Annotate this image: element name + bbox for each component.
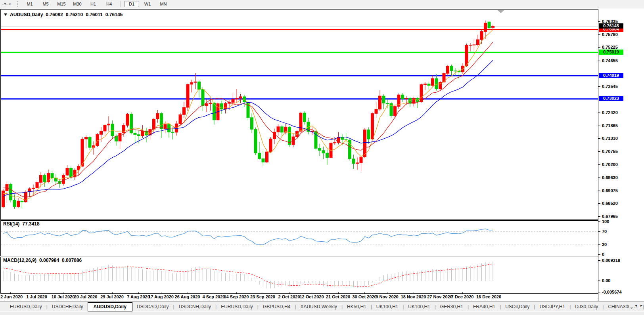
date-tick xyxy=(112,292,113,294)
date-tick xyxy=(138,292,139,294)
axis-tick xyxy=(598,216,600,217)
tab-usdcnh-daily[interactable]: USDCNH,Daily xyxy=(174,303,215,311)
rsi-panel[interactable] xyxy=(0,220,598,256)
tab-eurusd-daily[interactable]: EURUSD,Daily xyxy=(217,303,257,311)
price-tick-label: 0.69630 xyxy=(602,175,618,180)
date-tick xyxy=(462,292,463,294)
hline-price-badge: 0.75019 xyxy=(599,50,623,55)
tab-scroll-left-icon[interactable]: ◂ xyxy=(635,303,637,307)
date-label: 17 Aug 2020 xyxy=(148,294,174,299)
axis-tick xyxy=(598,281,600,281)
date-label: 27 Nov 2020 xyxy=(427,294,452,299)
chart-window: AUDUSD,Daily 0.76092 0.76210 0.76011 0.7… xyxy=(0,9,644,301)
date-label: 1 Jul 2020 xyxy=(26,294,47,299)
tab-uk100-h1[interactable]: UK100,H1 xyxy=(404,303,434,311)
tab-eurusd-daily[interactable]: EURUSD,Daily xyxy=(6,303,46,311)
date-label: 18 Nov 2020 xyxy=(401,294,426,299)
macd-tick-label: 0.009318 xyxy=(602,258,620,263)
rsi-header: RSI(14) 77.3418 xyxy=(3,221,40,227)
tab-usdcad-daily[interactable]: USDCAD,Daily xyxy=(132,303,173,311)
axis-tick xyxy=(598,292,600,292)
macd-value-signal: 0.007086 xyxy=(62,258,82,263)
tab-uk100-h1[interactable]: UK100,H1 xyxy=(372,303,402,311)
date-label: 16 Dec 2020 xyxy=(476,294,501,299)
timeframe-m15-button[interactable]: M15 xyxy=(54,1,69,7)
hline-price-badge: 0.74019 xyxy=(599,73,623,78)
macd-tick-label: -0.005674 xyxy=(602,290,622,294)
date-label: 4 Sep 2020 xyxy=(203,294,225,299)
date-tick xyxy=(188,292,188,294)
price-tick-label: 0.67965 xyxy=(602,214,618,219)
timeframe-h4-button[interactable]: H4 xyxy=(102,1,117,7)
date-label: 7 Dec 2020 xyxy=(451,294,474,299)
symbol-tabs: EURUSD,Daily|USDCHF,DailyAUDUSD,DailyUSD… xyxy=(0,302,644,311)
macd-panel[interactable] xyxy=(0,257,598,294)
date-tick xyxy=(86,292,86,294)
status-bar xyxy=(0,312,644,315)
date-label: 26 Aug 2020 xyxy=(175,294,200,299)
date-tick xyxy=(414,292,414,294)
price-tick-label: 0.69075 xyxy=(602,188,618,193)
date-label: 9 Nov 2020 xyxy=(376,294,398,299)
timeframe-d1-button[interactable]: D1 xyxy=(124,1,139,7)
tab-dj30-daily[interactable]: DJ30,Daily xyxy=(571,303,602,311)
date-label: 20 Jul 2020 xyxy=(74,294,98,299)
price-tick-label: 0.74655 xyxy=(602,58,618,63)
date-label: 29 Jul 2020 xyxy=(100,294,124,299)
candlestick-chart[interactable] xyxy=(1,10,598,220)
timeframe-m30-button[interactable]: M30 xyxy=(70,1,85,7)
timeframe-m1-button[interactable]: M1 xyxy=(22,1,37,7)
tab-fra40-h1[interactable]: FRA40,H1 xyxy=(469,303,500,311)
timeframe-buttons: M1M5M15M30H1H4D1W1MN xyxy=(22,1,171,7)
price-tick-label: 0.72420 xyxy=(602,110,618,115)
tab-ger30-h1[interactable]: GER30,H1 xyxy=(436,303,468,311)
tab-scroll-right-icon[interactable]: ▸ xyxy=(640,303,642,307)
tab-xauusd-weekly[interactable]: XAUUSD,Weekly xyxy=(296,303,341,311)
ohlc-high: 0.76210 xyxy=(66,12,83,17)
timeframe-h1-button[interactable]: H1 xyxy=(86,1,101,7)
timeframe-mn-button[interactable]: MN xyxy=(156,1,171,7)
axis-tick xyxy=(598,138,600,139)
current-price-badge: 0.76145 xyxy=(599,23,623,29)
axis-tick xyxy=(598,203,600,204)
price-chart-panel[interactable] xyxy=(0,9,598,220)
chart-shift-icon[interactable] xyxy=(498,10,504,13)
axis-tick xyxy=(598,34,600,35)
timeframe-w1-button[interactable]: W1 xyxy=(140,1,155,7)
tab-audusd-daily[interactable]: AUDUSD,Daily xyxy=(88,302,132,311)
price-tick-label: 0.71310 xyxy=(602,136,618,141)
macd-value-main: 0.007984 xyxy=(39,258,59,263)
symbol-dropdown-icon[interactable] xyxy=(4,13,7,16)
tab-usoil-daily[interactable]: USOil,Daily xyxy=(501,303,534,311)
ohlc-close: 0.76145 xyxy=(105,12,123,17)
axis-tick xyxy=(598,260,600,261)
date-tick xyxy=(338,292,339,294)
rsi-tick-label: 70 xyxy=(602,229,607,234)
date-label: 2 Oct 2020 xyxy=(278,294,300,299)
tab-usdjpy-h1[interactable]: USDJPY,H1 xyxy=(535,303,569,311)
timeframe-m5-button[interactable]: M5 xyxy=(38,1,53,7)
axis-tick xyxy=(598,61,600,61)
tab-gbpusd-h4[interactable]: GBPUSD,H4 xyxy=(259,303,295,311)
chart-title: AUDUSD,Daily 0.76092 0.76210 0.76011 0.7… xyxy=(4,12,123,17)
tab-scroll-controls: ◂ ▸ xyxy=(629,303,642,307)
ohlc-open: 0.76092 xyxy=(46,12,63,17)
axis-tick xyxy=(598,47,600,48)
macd-chart[interactable] xyxy=(1,257,598,293)
ohlc-low: 0.76011 xyxy=(86,12,103,17)
axis-tick xyxy=(598,164,600,165)
tab-usdchf-daily[interactable]: USDCHF,Daily xyxy=(48,303,88,311)
rsi-chart[interactable] xyxy=(1,221,598,256)
chart-symbol-label: AUDUSD,Daily xyxy=(10,12,43,17)
date-label: 22 Jun 2020 xyxy=(0,294,23,299)
crosshair-icon[interactable] xyxy=(2,2,8,7)
chevron-down-icon[interactable]: ▾ xyxy=(9,2,11,6)
price-tick-label: 0.68520 xyxy=(602,201,618,206)
tab-hk50-h1[interactable]: HK50,H1 xyxy=(343,303,371,311)
date-tick xyxy=(364,292,365,294)
date-label: 7 Aug 2020 xyxy=(127,294,150,299)
rsi-value: 77.3418 xyxy=(22,221,39,227)
date-tick xyxy=(236,292,237,294)
axis-tick xyxy=(598,254,600,255)
axis-tick xyxy=(598,113,600,113)
